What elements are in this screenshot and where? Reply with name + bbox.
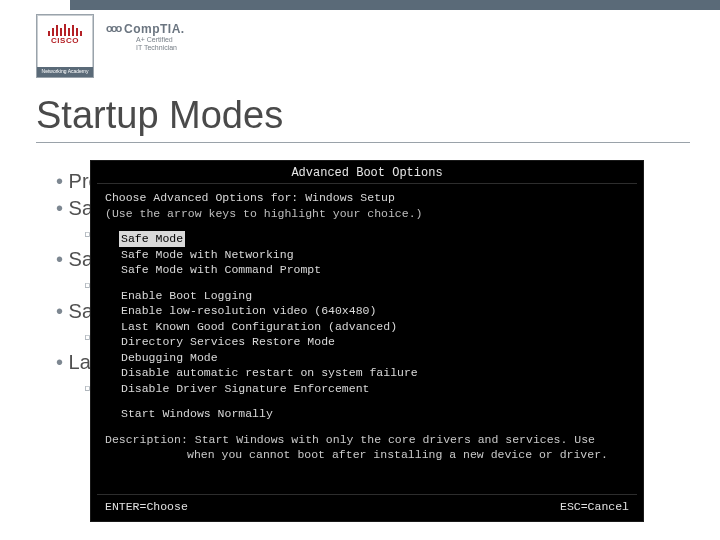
boot-window-title: Advanced Boot Options bbox=[91, 161, 643, 183]
boot-description: Description: Start Windows with only the… bbox=[105, 432, 629, 463]
boot-option-start-normally[interactable]: Start Windows Normally bbox=[119, 406, 629, 422]
boot-footer-enter: ENTER=Choose bbox=[105, 499, 188, 515]
boot-option-debugging-mode[interactable]: Debugging Mode bbox=[119, 350, 629, 366]
boot-options-window: Advanced Boot Options Choose Advanced Op… bbox=[90, 160, 644, 522]
slide-title: Startup Modes bbox=[36, 94, 283, 137]
boot-description-label: Description: bbox=[105, 433, 188, 446]
boot-footer-esc: ESC=Cancel bbox=[560, 499, 629, 515]
boot-option-last-known-good[interactable]: Last Known Good Configuration (advanced) bbox=[119, 319, 629, 335]
comptia-cert-line2: IT Technician bbox=[136, 44, 177, 52]
boot-option-ds-restore-mode[interactable]: Directory Services Restore Mode bbox=[119, 334, 629, 350]
boot-option-disable-auto-restart[interactable]: Disable automatic restart on system fail… bbox=[119, 365, 629, 381]
comptia-ooo-icon: ooo bbox=[106, 22, 120, 34]
comptia-logo: ooo CompTIA. A+ Certified IT Technician bbox=[106, 22, 185, 51]
slide-header: CISCO Networking Academy ooo CompTIA. A+… bbox=[0, 0, 720, 46]
boot-option-safe-mode[interactable]: Safe Mode bbox=[119, 231, 185, 247]
boot-option-safe-mode-networking[interactable]: Safe Mode with Networking bbox=[119, 247, 629, 263]
boot-choose-line: Choose Advanced Options for: Windows Set… bbox=[105, 190, 629, 206]
boot-description-line1: Start Windows with only the core drivers… bbox=[195, 433, 595, 446]
boot-option-enable-boot-logging[interactable]: Enable Boot Logging bbox=[119, 288, 629, 304]
boot-option-low-res-video[interactable]: Enable low-resolution video (640x480) bbox=[119, 303, 629, 319]
boot-description-line2: when you cannot boot after installing a … bbox=[187, 447, 629, 463]
comptia-wordmark: CompTIA bbox=[124, 22, 181, 36]
header-stripe bbox=[70, 0, 720, 10]
title-underline bbox=[36, 142, 690, 143]
boot-hint-line: (Use the arrow keys to highlight your ch… bbox=[105, 206, 629, 222]
cisco-program-label: Networking Academy bbox=[37, 67, 93, 77]
boot-footer: ENTER=Choose ESC=Cancel bbox=[97, 494, 637, 515]
cisco-wordmark: CISCO bbox=[51, 36, 79, 45]
boot-options-list: Safe Mode Safe Mode with Networking Safe… bbox=[119, 231, 629, 422]
comptia-cert-line1: A+ Certified bbox=[136, 36, 177, 44]
cisco-logo-badge: CISCO Networking Academy bbox=[36, 14, 94, 78]
boot-option-safe-mode-cmd[interactable]: Safe Mode with Command Prompt bbox=[119, 262, 629, 278]
boot-option-disable-driver-sig[interactable]: Disable Driver Signature Enforcement bbox=[119, 381, 629, 397]
cisco-logo-icon: CISCO bbox=[42, 19, 88, 47]
divider bbox=[97, 183, 637, 184]
